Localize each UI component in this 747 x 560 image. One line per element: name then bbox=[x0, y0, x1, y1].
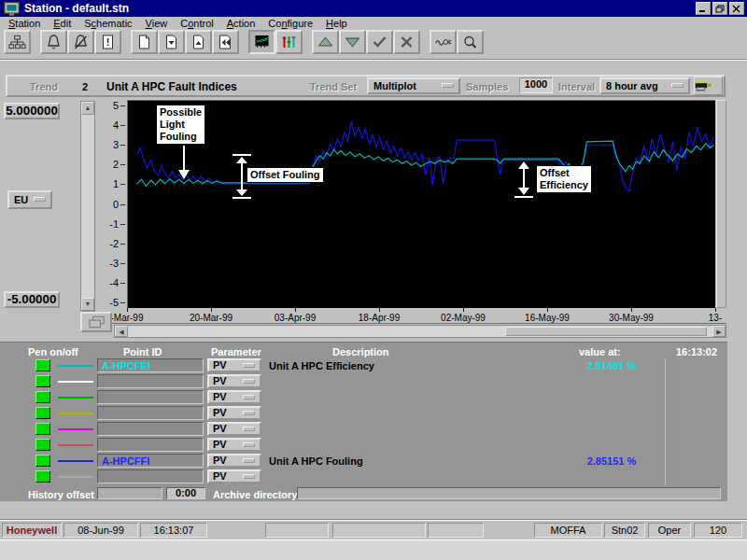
point-id-field[interactable] bbox=[97, 438, 204, 452]
printer-icon bbox=[695, 77, 722, 94]
point-id-field[interactable] bbox=[97, 374, 204, 388]
annotation-possible-light-fouling: Possible Light Fouling bbox=[156, 105, 205, 145]
alarm-silence-icon bbox=[72, 34, 90, 50]
horizontal-scrollbar[interactable]: ◀ ▶ bbox=[114, 325, 726, 338]
point-value: 2.81481 % bbox=[542, 360, 682, 371]
trend-plot[interactable]: Possible Light Fouling Offset Fouling Of… bbox=[127, 100, 715, 308]
point-description: Unit A HPC Efficiency bbox=[269, 360, 374, 371]
menu-station[interactable]: Station bbox=[2, 18, 47, 29]
pen-toggle[interactable] bbox=[35, 439, 50, 451]
point-id-field[interactable] bbox=[97, 406, 204, 420]
parameter-dropdown[interactable]: PV bbox=[207, 406, 261, 420]
parameter-dropdown[interactable]: PV bbox=[207, 422, 261, 436]
samples-field[interactable]: 1000 bbox=[519, 77, 553, 93]
page-up-button[interactable] bbox=[185, 30, 212, 54]
scroll-right-arrow[interactable]: ▶ bbox=[712, 326, 726, 337]
print-trend-button[interactable] bbox=[694, 77, 723, 95]
x-tick-mark bbox=[631, 308, 632, 312]
y-tick-mark bbox=[120, 145, 125, 146]
interval-dropdown[interactable]: 8 hour avg bbox=[599, 77, 690, 94]
scrollbar-thumb[interactable] bbox=[505, 327, 707, 336]
system-tree-icon bbox=[8, 34, 26, 50]
y-tick-mark bbox=[120, 184, 125, 185]
connect-button[interactable] bbox=[430, 30, 457, 54]
pen-toggle[interactable] bbox=[35, 407, 50, 419]
header-point-id: Point ID bbox=[123, 346, 162, 357]
point-id-field[interactable]: A-HPCFFI bbox=[97, 454, 204, 468]
accept-button[interactable] bbox=[366, 30, 393, 54]
header-description: Description bbox=[332, 346, 389, 357]
scroll-up-arrow[interactable]: ▲ bbox=[81, 102, 94, 115]
scroll-down-arrow[interactable]: ▼ bbox=[81, 298, 94, 311]
parameter-dropdown[interactable]: PV bbox=[207, 438, 261, 452]
point-id-field[interactable] bbox=[97, 390, 204, 404]
pen-toggle[interactable] bbox=[35, 375, 50, 387]
parameter-dropdown[interactable]: PV bbox=[207, 358, 261, 372]
page-up-icon bbox=[190, 34, 207, 50]
y-axis: 543210-1-2-3-4-5 bbox=[97, 100, 126, 308]
dropdown-bar-icon bbox=[243, 379, 255, 384]
x-tick-mark bbox=[463, 308, 464, 312]
pen-color-sample bbox=[58, 444, 93, 446]
trend-view-button[interactable] bbox=[248, 30, 275, 54]
system-tree-button[interactable] bbox=[4, 30, 31, 54]
menu-configure[interactable]: Configure bbox=[261, 18, 319, 29]
menu-schematic[interactable]: Schematic bbox=[78, 18, 138, 29]
menu-view[interactable]: View bbox=[139, 18, 175, 29]
y-tick-label: 1 bbox=[113, 178, 119, 189]
page-detach-button[interactable] bbox=[80, 312, 112, 332]
point-id-field[interactable] bbox=[97, 422, 204, 436]
x-tick-mark bbox=[715, 308, 716, 312]
message-button[interactable]: ! bbox=[94, 30, 121, 54]
pen-toggle[interactable] bbox=[35, 470, 50, 483]
point-id-field[interactable] bbox=[97, 469, 204, 483]
lower-button[interactable] bbox=[339, 30, 366, 54]
raise-button[interactable] bbox=[312, 30, 339, 54]
offset-time-field[interactable]: 0:00 bbox=[166, 487, 205, 499]
y-tick-label: -1 bbox=[109, 218, 119, 230]
trend-header: Trend 2 Unit A HPC Fault Indices Trend S… bbox=[6, 75, 726, 97]
alarm-silence-button[interactable] bbox=[67, 30, 94, 54]
alarm-button[interactable] bbox=[40, 30, 67, 54]
menu-edit[interactable]: Edit bbox=[47, 18, 78, 29]
history-offset-field[interactable] bbox=[97, 487, 162, 499]
x-tick-label: 03-Apr-99 bbox=[265, 313, 325, 323]
trend-set-label: Trend Set bbox=[310, 81, 357, 92]
pen-toggle[interactable] bbox=[35, 423, 50, 435]
y-min-button[interactable]: -5.00000 bbox=[4, 291, 60, 308]
table-row: PV bbox=[0, 438, 727, 454]
x-tick-label: 20-Mar-99 bbox=[181, 313, 241, 323]
parameter-dropdown[interactable]: PV bbox=[207, 454, 261, 468]
close-button[interactable] bbox=[729, 2, 744, 15]
status-empty-cell bbox=[265, 523, 329, 538]
x-tick-mark bbox=[379, 308, 380, 312]
y-tick-label: -5 bbox=[109, 297, 119, 308]
group-view-button[interactable] bbox=[275, 30, 303, 54]
scroll-left-arrow[interactable]: ◀ bbox=[115, 326, 128, 337]
pen-toggle[interactable] bbox=[35, 359, 50, 371]
trend-set-dropdown[interactable]: Multiplot bbox=[367, 77, 460, 94]
menu-help[interactable]: Help bbox=[319, 18, 354, 29]
parameter-dropdown[interactable]: PV bbox=[207, 469, 261, 483]
pen-toggle[interactable] bbox=[35, 391, 50, 403]
pen-toggle[interactable] bbox=[35, 455, 50, 467]
x-axis: -Mar-9920-Mar-9903-Apr-9918-Apr-9902-May… bbox=[93, 308, 726, 324]
minimize-button[interactable] bbox=[696, 2, 711, 15]
page-blank-button[interactable] bbox=[131, 30, 158, 54]
pen-color-sample bbox=[58, 397, 93, 399]
page-previous-button[interactable] bbox=[212, 30, 239, 54]
y-max-button[interactable]: 5.000000 bbox=[4, 103, 60, 119]
menu-control[interactable]: Control bbox=[174, 18, 219, 29]
restore-button[interactable] bbox=[712, 2, 727, 15]
archive-directory-field[interactable] bbox=[297, 487, 721, 499]
parameter-dropdown[interactable]: PV bbox=[207, 390, 261, 404]
eu-units-dropdown[interactable]: EU bbox=[7, 190, 52, 209]
menu-action[interactable]: Action bbox=[220, 18, 262, 29]
parameter-dropdown[interactable]: PV bbox=[207, 374, 261, 388]
vertical-scrollbar[interactable]: ▲ ▼ bbox=[80, 101, 95, 312]
cancel-button[interactable] bbox=[393, 30, 420, 54]
page-down-button[interactable] bbox=[158, 30, 185, 54]
find-button[interactable] bbox=[457, 30, 484, 54]
point-id-field[interactable]: A-HPCFEI bbox=[97, 358, 204, 372]
y-tick-mark bbox=[120, 125, 125, 126]
